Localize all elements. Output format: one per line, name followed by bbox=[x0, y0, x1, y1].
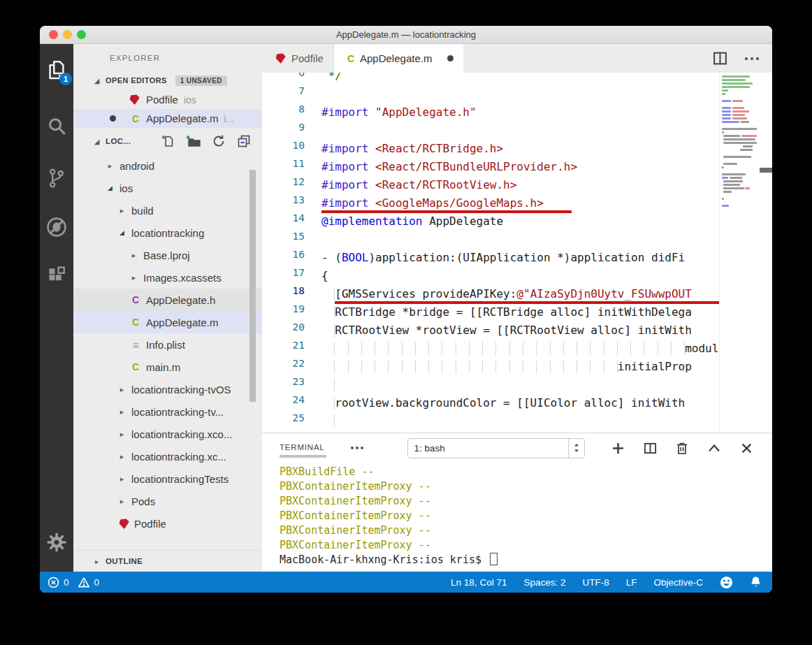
terminal-select[interactable]: 1: bash bbox=[407, 438, 585, 458]
tree-file-main-m[interactable]: Cmain.m bbox=[73, 356, 262, 378]
code-line-10[interactable]: #import <React/RCTBridge.h> bbox=[321, 140, 720, 158]
new-folder-button[interactable] bbox=[186, 134, 201, 149]
indentation-status[interactable]: Spaces: 2 bbox=[523, 577, 565, 588]
outline-section-header[interactable]: ▸ OUTLINE bbox=[73, 550, 262, 572]
tree-folder-pods[interactable]: ▸Pods bbox=[73, 490, 262, 512]
code-line-19[interactable]: RCTBridge *bridge = [[RCTBridge alloc] i… bbox=[321, 303, 720, 321]
debug-activity-button[interactable] bbox=[40, 210, 73, 244]
tree-folder-locationtracking-tvos[interactable]: ▸locationtracking-tvOS bbox=[73, 378, 262, 400]
file-type-icon: C bbox=[129, 317, 142, 328]
file-type-icon: C bbox=[129, 361, 142, 372]
editor-scrollbar-thumb[interactable] bbox=[760, 168, 772, 173]
tree-file-appdelegate-m[interactable]: CAppDelegate.m bbox=[73, 311, 262, 333]
tab-podfile[interactable]: Podfile bbox=[262, 44, 334, 73]
folder-collapsed-caret-icon: ▸ bbox=[106, 161, 115, 171]
code-line-6[interactable]: */ bbox=[321, 73, 720, 85]
new-file-button[interactable] bbox=[161, 134, 175, 149]
code-content[interactable]: */#import "AppDelegate.h"#import <React/… bbox=[321, 73, 720, 433]
code-line-9[interactable] bbox=[321, 122, 720, 140]
split-terminal-button[interactable] bbox=[634, 437, 666, 458]
tree-folder-locationtrackingtests[interactable]: ▸locationtrackingTests bbox=[73, 468, 262, 490]
sidebar-title: EXPLORER bbox=[73, 44, 262, 71]
code-line-12[interactable]: #import <React/RCTRootView.h> bbox=[321, 176, 720, 194]
code-line-20[interactable]: RCTRootView *rootView = [[RCTRootView al… bbox=[321, 321, 720, 340]
zoom-window-button[interactable] bbox=[77, 30, 86, 39]
error-icon bbox=[48, 577, 59, 588]
maximize-panel-button[interactable] bbox=[698, 437, 730, 458]
unsaved-count-badge: 1 UNSAVED bbox=[175, 75, 227, 86]
notifications-bell-button[interactable] bbox=[750, 576, 762, 589]
code-line-8[interactable]: #import "AppDelegate.h" bbox=[321, 103, 720, 122]
code-line-17[interactable]: { bbox=[321, 267, 720, 285]
terminal-line: PBXContainerItemProxy -- bbox=[280, 479, 772, 494]
line-number: 19 bbox=[262, 303, 314, 321]
sidebar-scrollbar[interactable] bbox=[249, 170, 256, 402]
folder-section-label: LOC... bbox=[106, 137, 131, 145]
collapse-all-button[interactable] bbox=[236, 134, 251, 149]
tree-folder-android[interactable]: ▸android bbox=[73, 154, 262, 177]
minimap[interactable] bbox=[719, 73, 760, 433]
close-window-button[interactable] bbox=[49, 30, 58, 39]
open-editors-section-header[interactable]: ◢ OPEN EDITORS 1 UNSAVED bbox=[73, 71, 262, 90]
terminal-output[interactable]: PBXBuildFile --PBXContainerItemProxy --P… bbox=[262, 463, 772, 573]
file-type-icon: C bbox=[347, 52, 354, 64]
folder-section-header[interactable]: ◢ LOC... bbox=[73, 128, 262, 154]
code-line-11[interactable]: #import <React/RCTBundleURLProvider.h> bbox=[321, 158, 720, 176]
more-actions-button[interactable] bbox=[744, 56, 760, 61]
tree-file-info-plist[interactable]: ≡Info.plist bbox=[73, 333, 262, 356]
code-line-7[interactable] bbox=[321, 85, 720, 103]
explorer-activity-button[interactable]: 1 bbox=[40, 53, 73, 87]
feedback-smiley-button[interactable] bbox=[720, 576, 733, 589]
tree-folder-base-lproj[interactable]: ▸Base.lproj bbox=[73, 244, 262, 266]
extensions-activity-button[interactable] bbox=[40, 259, 73, 293]
code-line-16[interactable]: - (BOOL)application:(UIApplication *)app… bbox=[321, 249, 720, 267]
tree-folder-locationtracking-xc-[interactable]: ▸locationtracking.xc... bbox=[73, 445, 262, 468]
problems-status[interactable]: 0 0 bbox=[40, 577, 99, 588]
encoding-status[interactable]: UTF-8 bbox=[582, 577, 609, 588]
settings-button[interactable] bbox=[40, 526, 73, 559]
new-terminal-button[interactable] bbox=[602, 437, 634, 458]
tree-file-podfile[interactable]: Podfile bbox=[73, 512, 262, 535]
language-mode-status[interactable]: Objective-C bbox=[653, 577, 703, 588]
code-line-23[interactable] bbox=[321, 376, 720, 394]
code-line-22[interactable]: initialProp bbox=[321, 358, 720, 376]
close-panel-button[interactable] bbox=[730, 437, 762, 458]
cursor-position-status[interactable]: Ln 18, Col 71 bbox=[451, 577, 507, 588]
line-number: 22 bbox=[262, 358, 314, 376]
line-number: 9 bbox=[262, 122, 314, 140]
open-editor-item[interactable]: CAppDelegate.mi... bbox=[73, 109, 262, 128]
title-bar[interactable]: AppDelegate.m — locationtracking bbox=[40, 26, 772, 44]
tab-terminal[interactable]: TERMINAL bbox=[280, 443, 325, 453]
tree-folder-build[interactable]: ▸build bbox=[73, 199, 262, 222]
eol-status[interactable]: LF bbox=[626, 577, 637, 588]
section-collapsed-caret-icon: ▸ bbox=[92, 558, 101, 565]
tree-folder-locationtracking[interactable]: ◢locationtracking bbox=[73, 222, 262, 244]
tree-folder-locationtracking-xco-[interactable]: ▸locationtracking.xco... bbox=[73, 423, 262, 445]
terminal-line: PBXBuildFile -- bbox=[280, 465, 772, 479]
panel-more-icon[interactable] bbox=[350, 446, 364, 450]
open-editors-count-badge: 1 bbox=[59, 73, 72, 85]
code-line-25[interactable] bbox=[321, 412, 720, 430]
code-editor[interactable]: 678910111213141516171819202122232425 */#… bbox=[262, 73, 772, 433]
code-line-13[interactable]: #import <GoogleMaps/GoogleMaps.h> bbox=[321, 194, 720, 212]
tree-folder-ios[interactable]: ◢ios bbox=[73, 177, 262, 199]
code-line-15[interactable] bbox=[321, 231, 720, 249]
tab-label: AppDelegate.m bbox=[360, 52, 432, 64]
search-activity-button[interactable] bbox=[40, 109, 73, 143]
code-line-18[interactable]: [GMSServices provideAPIKey:@"AIzaSyDjn0U… bbox=[321, 285, 720, 303]
line-number: 12 bbox=[262, 176, 314, 194]
editor-scrollbar[interactable] bbox=[760, 73, 772, 433]
tab-appdelegate-m[interactable]: CAppDelegate.m bbox=[334, 44, 464, 73]
refresh-button[interactable] bbox=[211, 134, 226, 149]
code-line-21[interactable]: modul bbox=[321, 340, 720, 358]
tree-folder-images-xcassets[interactable]: ▸Images.xcassets bbox=[73, 266, 262, 289]
open-editor-item[interactable]: Podfileios bbox=[73, 90, 262, 109]
minimize-window-button[interactable] bbox=[63, 30, 72, 39]
kill-terminal-button[interactable] bbox=[666, 437, 698, 458]
code-line-14[interactable]: @implementation AppDelegate bbox=[321, 212, 720, 231]
tree-folder-locationtracking-tv-[interactable]: ▸locationtracking-tv... bbox=[73, 400, 262, 423]
split-editor-button[interactable] bbox=[713, 51, 727, 66]
code-line-24[interactable]: rootView.backgroundColor = [[UIColor all… bbox=[321, 394, 720, 412]
source-control-activity-button[interactable] bbox=[40, 161, 73, 195]
tree-file-appdelegate-h[interactable]: CAppDelegate.h bbox=[73, 289, 262, 311]
